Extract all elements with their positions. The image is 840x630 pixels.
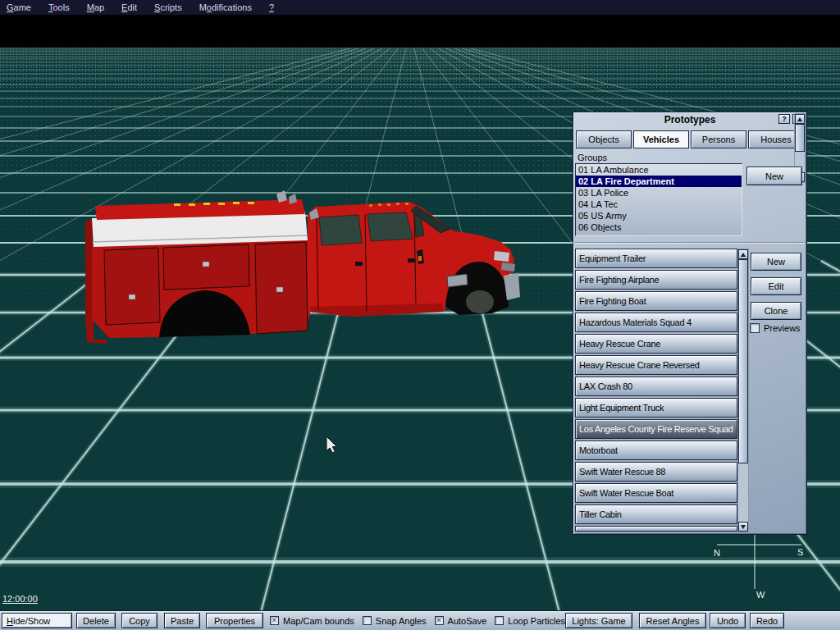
checkbox-unchecked-icon[interactable]	[363, 616, 372, 625]
menu-item-edit[interactable]: Edit	[121, 2, 137, 12]
snap-angles-toggle[interactable]: Snap Angles	[363, 616, 427, 626]
compass-north-label: N	[714, 548, 720, 558]
new-group-button[interactable]: New	[746, 167, 802, 185]
tab-objects[interactable]: Objects	[576, 130, 632, 148]
vehicle-item-light-equipment-truck[interactable]: Light Equipment Truck	[575, 398, 737, 418]
checkbox-checked-icon[interactable]: ×	[270, 616, 279, 625]
checkbox-checked-icon[interactable]: ×	[435, 616, 444, 625]
edit-vehicle-button[interactable]: Edit	[751, 277, 801, 295]
vehicle-item-los-angeles-county-fire-reserve-squad[interactable]: Los Angeles County Fire Reserve Squad	[575, 419, 737, 439]
prototypes-panel: Prototypes ? ObjectsVehiclesPersonsHouse…	[573, 112, 807, 535]
sky-band	[0, 15, 840, 48]
snap-angles-label: Snap Angles	[376, 616, 427, 626]
checkbox-unchecked-icon[interactable]	[495, 616, 504, 625]
tab-persons[interactable]: Persons	[691, 130, 746, 148]
vehicle-list: Equipment TrailerFire Fighting AirplaneF…	[575, 249, 737, 534]
loop-particles-toggle[interactable]: Loop Particles	[495, 616, 565, 626]
toolbar-left-buttons: Hide/ShowDeleteCopyPasteProperties	[0, 613, 263, 628]
groups-list: 01 LA Ambulance02 LA Fire Department03 L…	[575, 163, 742, 236]
group-item-03-la-police[interactable]: 03 LA Police	[576, 187, 742, 199]
category-tabs: ObjectsVehiclesPersonsHouses	[576, 130, 806, 148]
tab-vehicles[interactable]: Vehicles	[633, 130, 689, 148]
new-vehicle-button[interactable]: New	[751, 253, 801, 271]
panel-title: Prototypes	[664, 114, 716, 126]
delete-button[interactable]: Delete	[76, 613, 116, 628]
redo-button[interactable]: Redo	[750, 613, 784, 628]
reset-angles-button[interactable]: Reset Angles	[639, 613, 706, 628]
vehicle-item-equipment-trailer[interactable]: Equipment Trailer	[575, 249, 737, 268]
vehicle-item-heavy-rescue-crane-reversed[interactable]: Heavy Rescue Crane Reversed	[575, 355, 737, 375]
panel-title-bar[interactable]: Prototypes ?	[573, 112, 806, 129]
group-item-05-us-army[interactable]: 05 US Army	[576, 210, 742, 221]
compass-south-label: S	[797, 547, 803, 557]
scroll-down-icon[interactable]	[738, 522, 748, 532]
menu-item-tools[interactable]: Tools	[48, 2, 70, 12]
menu-item-scripts[interactable]: Scripts	[154, 2, 182, 12]
vehicle-item-swift-water-rescue-boat[interactable]: Swift Water Rescue Boat	[575, 483, 737, 503]
menu-item-item[interactable]: ?	[269, 2, 274, 12]
copy-button[interactable]: Copy	[121, 613, 158, 628]
compass-west-label: W	[756, 590, 765, 600]
vehicle-item-fire-fighting-boat[interactable]: Fire Fighting Boat	[575, 291, 737, 311]
autosave-toggle[interactable]: ×AutoSave	[435, 616, 487, 626]
vehicle-item-motorboat[interactable]: Motorboat	[575, 441, 737, 460]
menu-item-modifications[interactable]: Modifications	[199, 2, 252, 12]
vehicle-item-tiller-cabin[interactable]: Tiller Cabin	[575, 504, 737, 524]
toolbar-checkboxes: ×Map/Cam boundsSnap Angles×AutoSaveLoop …	[263, 616, 565, 626]
toolbar-right-buttons: Lights: GameReset AnglesUndoRedo	[565, 613, 784, 628]
group-item-02-la-fire-department[interactable]: 02 LA Fire Department	[576, 176, 742, 187]
group-item-01-la-ambulance[interactable]: 01 LA Ambulance	[576, 164, 742, 176]
previews-checkbox[interactable]	[750, 323, 760, 333]
vehicle-item-heavy-rescue-crane[interactable]: Heavy Rescue Crane	[575, 334, 737, 354]
hide-show-button[interactable]: Hide/Show	[2, 613, 72, 628]
autosave-label: AutoSave	[448, 616, 487, 626]
clone-vehicle-button[interactable]: Clone	[751, 302, 801, 320]
vehicle-item-partial[interactable]	[575, 526, 737, 532]
group-item-06-objects[interactable]: 06 Objects	[576, 221, 742, 233]
lights-game-button[interactable]: Lights: Game	[565, 613, 632, 628]
map-cam-bounds-toggle[interactable]: ×Map/Cam bounds	[270, 616, 354, 626]
menu-item-map[interactable]: Map	[87, 2, 104, 12]
menu-bar: GameToolsMapEditScriptsModifications?	[0, 0, 840, 15]
paste-button[interactable]: Paste	[164, 613, 200, 628]
undo-button[interactable]: Undo	[710, 613, 746, 628]
scroll-up-icon[interactable]	[795, 114, 805, 124]
menu-item-game[interactable]: Game	[7, 2, 31, 12]
scrollbar-thumb[interactable]	[795, 124, 805, 152]
properties-button[interactable]: Properties	[206, 613, 263, 628]
clock-display: 12:00:00	[2, 594, 38, 604]
map-cam-bounds-label: Map/Cam bounds	[283, 616, 354, 626]
menu-items: GameToolsMapEditScriptsModifications?	[7, 2, 291, 12]
vehicle-scrollbar[interactable]	[737, 249, 749, 532]
scrollbar-thumb[interactable]	[738, 259, 748, 463]
vehicle-item-lax-crash-80[interactable]: LAX Crash 80	[575, 377, 737, 396]
editor-window: GameToolsMapEditScriptsModifications?	[0, 0, 840, 630]
groups-label: Groups	[578, 153, 607, 162]
vehicle-item-swift-water-rescue-88[interactable]: Swift Water Rescue 88	[575, 462, 737, 482]
panel-separator	[575, 242, 805, 244]
scroll-up-icon[interactable]	[738, 249, 748, 259]
vehicle-item-fire-fighting-airplane[interactable]: Fire Fighting Airplane	[575, 270, 737, 290]
previews-label: Previews	[764, 323, 801, 333]
loop-particles-label: Loop Particles	[508, 616, 565, 626]
vehicle-item-hazardous-materials-squad-4[interactable]: Hazardous Materials Squad 4	[575, 313, 737, 332]
group-item-04-la-tec[interactable]: 04 LA Tec	[576, 199, 742, 210]
bottom-toolbar: Hide/ShowDeleteCopyPasteProperties ×Map/…	[0, 610, 840, 630]
help-button[interactable]: ?	[778, 114, 790, 124]
